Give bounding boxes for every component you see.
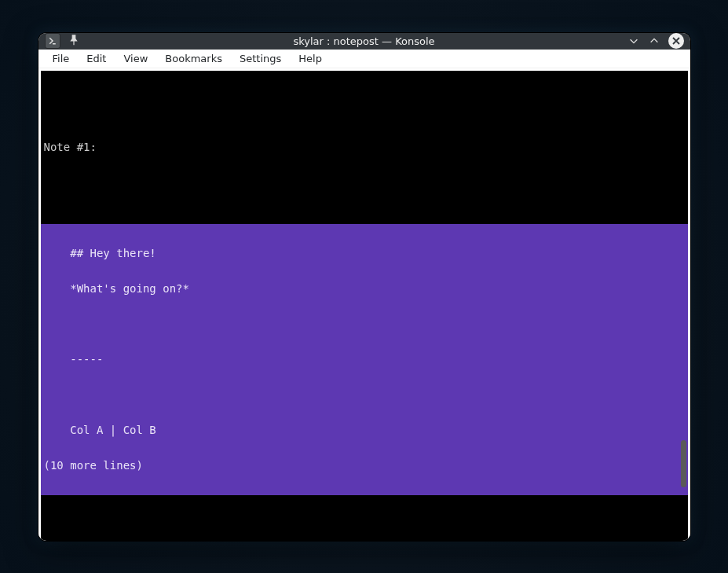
blank-line: [41, 94, 688, 106]
close-icon[interactable]: [668, 33, 684, 49]
pin-icon[interactable]: [65, 33, 82, 50]
maximize-icon[interactable]: [648, 35, 660, 47]
scrollbar-thumb[interactable]: [681, 440, 686, 487]
menu-file[interactable]: File: [45, 50, 78, 68]
note1-header: Note #1:: [41, 141, 688, 153]
menu-view[interactable]: View: [115, 50, 155, 68]
menubar: File Edit View Bookmarks Settings Help: [38, 50, 690, 68]
desktop: skylar : notepost — Konsole File Edit Vi…: [0, 0, 728, 573]
note1-line: ## Hey there!: [41, 248, 688, 259]
note1-line: Col A | Col B: [41, 424, 688, 436]
blank-line: [41, 531, 688, 541]
note1-line: *What's going on?*: [41, 283, 688, 295]
menu-edit[interactable]: Edit: [79, 50, 114, 68]
minimize-icon[interactable]: [627, 35, 640, 47]
konsole-window: skylar : notepost — Konsole File Edit Vi…: [38, 33, 690, 541]
note1-more: (10 more lines): [41, 460, 688, 472]
menu-settings[interactable]: Settings: [232, 50, 289, 68]
menu-help[interactable]: Help: [291, 50, 330, 68]
blank-line: [41, 177, 688, 189]
app-icon: [45, 33, 60, 49]
note1-block: ## Hey there! *What's going on?* ----- C…: [41, 224, 688, 495]
titlebar[interactable]: skylar : notepost — Konsole: [38, 33, 690, 50]
note1-line: [41, 389, 688, 401]
terminal-container: Note #1: ## Hey there! *What's going on?…: [38, 68, 690, 541]
window-title: skylar : notepost — Konsole: [38, 35, 690, 47]
terminal[interactable]: Note #1: ## Hey there! *What's going on?…: [41, 71, 688, 541]
note1-line: -----: [41, 354, 688, 365]
note1-line: [41, 318, 688, 330]
menu-bookmarks[interactable]: Bookmarks: [157, 50, 230, 68]
